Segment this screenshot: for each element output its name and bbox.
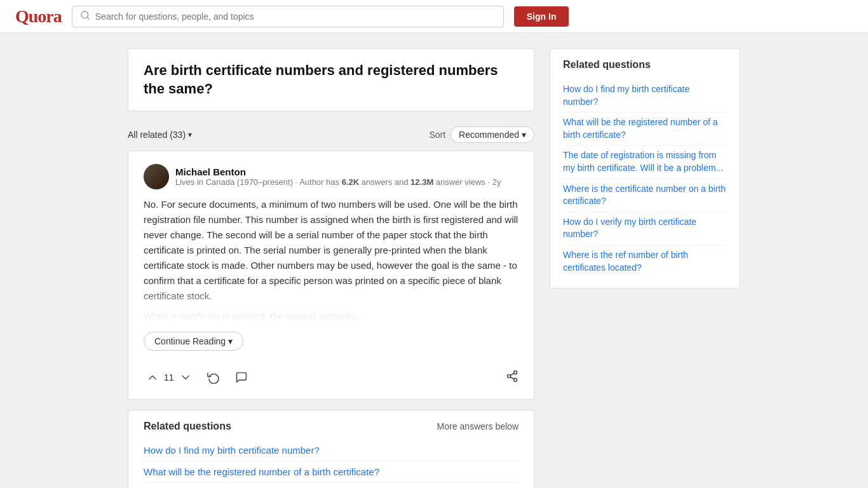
- chevron-down-icon: ▾: [228, 336, 233, 346]
- external-share-button[interactable]: [506, 370, 519, 386]
- answer-text: No. For secure documents, a minimum of t…: [144, 197, 519, 324]
- svg-line-1: [87, 17, 89, 19]
- upvote-button[interactable]: [144, 369, 161, 386]
- answer-card: Michael Benton Lives in Canada (1970–pre…: [128, 151, 534, 400]
- search-icon: [80, 10, 90, 23]
- sidebar-link[interactable]: What will be the registered number of a …: [563, 112, 727, 145]
- continue-reading-label: Continue Reading: [154, 336, 226, 346]
- author-bio: Lives in Canada (1970–present) · Author …: [175, 177, 501, 187]
- sign-in-button[interactable]: Sign In: [514, 6, 569, 27]
- quora-logo[interactable]: Quora: [15, 6, 62, 27]
- sort-label: Sort: [429, 130, 445, 140]
- more-answers-below: More answers below: [437, 421, 519, 431]
- sidebar-link[interactable]: How do I find my birth certificate numbe…: [563, 79, 727, 112]
- sort-bar: All related (33) ▾ Sort Recommended ▾: [128, 121, 534, 151]
- views-label: answer views · 2y: [436, 177, 501, 187]
- all-related-label: All related (33): [128, 130, 186, 140]
- continue-reading-button[interactable]: Continue Reading ▾: [144, 332, 243, 351]
- comment-button[interactable]: [233, 369, 250, 386]
- sort-dropdown[interactable]: Recommended ▾: [451, 126, 534, 143]
- chevron-down-icon: ▾: [188, 130, 192, 139]
- avatar-image: [144, 164, 169, 189]
- downvote-button[interactable]: [177, 369, 194, 386]
- svg-line-6: [510, 373, 514, 375]
- chevron-down-icon: ▾: [522, 130, 526, 140]
- related-questions-inline: Related questions More answers below How…: [128, 410, 534, 488]
- views-count: 12.3M: [410, 177, 433, 187]
- search-bar: [72, 6, 504, 27]
- sidebar-link[interactable]: The date of registration is missing from…: [563, 146, 727, 178]
- answer-faded: When a certificate is ordered, the issui…: [144, 309, 519, 324]
- main-content: Are birth certificate numbers and regist…: [128, 48, 534, 488]
- action-row: 11: [144, 361, 519, 386]
- recommended-label: Recommended: [459, 130, 519, 140]
- page-layout: Are birth certificate numbers and regist…: [53, 33, 815, 488]
- related-link[interactable]: What will be the registered number of a …: [144, 461, 519, 483]
- author-name[interactable]: Michael Benton: [175, 166, 501, 177]
- sidebar-title: Related questions: [563, 59, 727, 71]
- related-link[interactable]: The date of registration is missing from…: [144, 483, 519, 488]
- sort-right: Sort Recommended ▾: [429, 126, 534, 143]
- header: Quora Sign In: [0, 0, 868, 33]
- answers-label: answers and: [362, 177, 409, 187]
- all-related-dropdown[interactable]: All related (33) ▾: [128, 130, 192, 140]
- question-card: Are birth certificate numbers and regist…: [128, 48, 534, 111]
- vote-count: 11: [164, 372, 174, 383]
- related-inline-title: Related questions: [144, 421, 231, 432]
- author-bio-text: Lives in Canada (1970–present) · Author …: [175, 177, 339, 187]
- author-info: Michael Benton Lives in Canada (1970–pre…: [175, 166, 501, 187]
- sidebar-link[interactable]: How do I verify my birth certificate num…: [563, 212, 727, 245]
- related-inline-header: Related questions More answers below: [144, 421, 519, 432]
- question-title: Are birth certificate numbers and regist…: [144, 62, 519, 98]
- upvote-group: 11: [144, 369, 194, 386]
- sidebar-card: Related questions How do I find my birth…: [550, 48, 740, 288]
- sidebar: Related questions How do I find my birth…: [550, 48, 740, 488]
- search-input[interactable]: [95, 11, 496, 22]
- svg-line-5: [510, 377, 514, 379]
- answers-count: 6.2K: [342, 177, 359, 187]
- related-link[interactable]: How do I find my birth certificate numbe…: [144, 440, 519, 461]
- sidebar-link[interactable]: Where is the certificate number on a bir…: [563, 179, 727, 212]
- author-row: Michael Benton Lives in Canada (1970–pre…: [144, 164, 519, 189]
- avatar: [144, 164, 169, 189]
- answer-paragraph: No. For secure documents, a minimum of t…: [144, 197, 519, 304]
- sidebar-link[interactable]: Where is the ref number of birth certifi…: [563, 245, 727, 278]
- share-button[interactable]: [205, 369, 222, 386]
